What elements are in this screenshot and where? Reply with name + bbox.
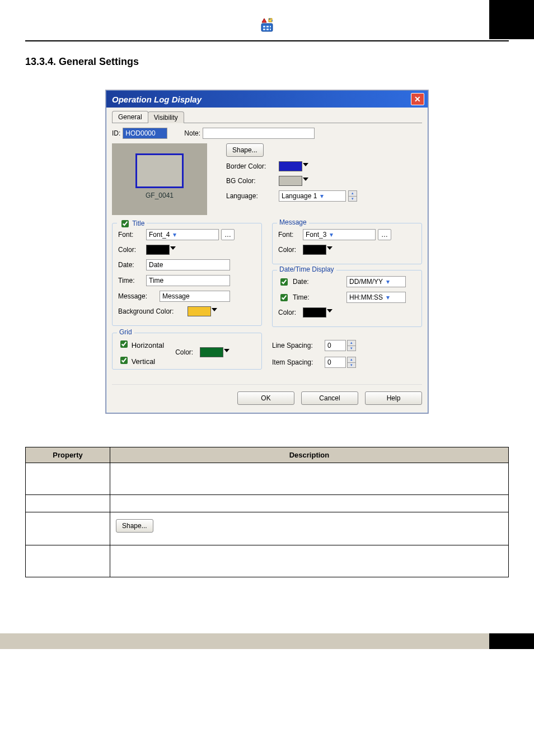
title-color-label: Color: — [118, 246, 144, 254]
title-color-swatch[interactable] — [146, 245, 170, 255]
line-spacing-stepper[interactable]: ▴▾ — [347, 340, 356, 351]
note-field[interactable] — [203, 128, 315, 139]
message-font-more-button[interactable]: … — [378, 229, 391, 240]
grid-vertical-checkbox[interactable] — [120, 357, 128, 364]
cancel-button[interactable]: Cancel — [301, 391, 358, 405]
note-label: Note: — [184, 129, 200, 137]
tab-general[interactable]: General — [112, 111, 148, 123]
message-group: Message Font: Font_3▾ … Color: — [272, 223, 422, 264]
line-spacing-field[interactable]: 0 — [325, 340, 346, 351]
table-cell — [110, 545, 509, 577]
datetime-color-label: Color: — [278, 309, 301, 316]
section-title-text: General Settings — [59, 56, 139, 67]
title-message-label: Message: — [118, 292, 157, 300]
table-row — [26, 463, 509, 495]
title-checkbox[interactable] — [121, 220, 129, 227]
chevron-down-icon: ▾ — [386, 278, 390, 286]
grid-horizontal[interactable]: Horizontal — [118, 339, 164, 349]
message-font-select[interactable]: Font_3▾ — [303, 229, 376, 240]
datetime-group: Date/Time Display Date: DD/MM/YY▾ Time: … — [272, 270, 422, 327]
date-checkbox[interactable] — [280, 278, 288, 286]
table-cell — [26, 463, 110, 495]
title-group: Title Font: Font_4▾ … Color: Date: — [112, 223, 262, 326]
datetime-color-swatch[interactable] — [303, 307, 326, 318]
title-font-select[interactable]: Font_4▾ — [146, 229, 219, 240]
header-black-box — [489, 0, 534, 39]
grid-color-label: Color: — [175, 348, 198, 356]
datetime-legend: Date/Time Display — [277, 265, 336, 273]
language-stepper[interactable]: ▴▾ — [348, 190, 357, 202]
svg-point-8 — [271, 20, 273, 21]
title-bgcolor-label: Background Color: — [118, 307, 185, 315]
item-spacing-stepper[interactable]: ▴▾ — [347, 357, 356, 368]
page-footer — [0, 633, 534, 649]
bg-color-label: BG Color: — [226, 177, 277, 185]
message-color-label: Color: — [278, 246, 301, 254]
time-format-select[interactable]: HH:MM:SS▾ — [346, 292, 406, 303]
svg-rect-1 — [263, 26, 265, 27]
title-legend: Title — [117, 218, 147, 229]
grid-legend: Grid — [117, 328, 134, 336]
svg-rect-3 — [270, 26, 271, 27]
svg-rect-4 — [263, 29, 265, 30]
bg-color-swatch[interactable] — [279, 176, 302, 186]
id-field[interactable]: HOD0000 — [123, 128, 167, 139]
message-legend: Message — [277, 218, 309, 226]
grid-horizontal-checkbox[interactable] — [120, 340, 128, 348]
language-select[interactable]: Language 1▾ — [279, 190, 346, 202]
titlebar[interactable]: Operation Log Display ✕ — [106, 91, 428, 108]
time-checkbox[interactable] — [280, 294, 288, 301]
date-label: Date: — [293, 278, 343, 286]
id-label: ID: — [112, 129, 120, 137]
date-format-select[interactable]: DD/MM/YY▾ — [346, 276, 406, 287]
item-spacing-field[interactable]: 0 — [325, 357, 346, 368]
svg-rect-5 — [266, 29, 269, 30]
table-row — [26, 495, 509, 512]
title-font-label: Font: — [118, 231, 144, 239]
help-button[interactable]: Help — [365, 391, 422, 405]
chevron-down-icon: ▾ — [386, 293, 390, 301]
title-time-field[interactable]: Time — [146, 275, 230, 286]
shape-preview-caption: GF_0041 — [146, 192, 174, 199]
line-spacing-label: Line Spacing: — [272, 342, 322, 349]
inline-shape-button[interactable]: Shape... — [116, 519, 153, 533]
grid-vertical[interactable]: Vertical — [118, 355, 164, 366]
title-date-field[interactable]: Date — [146, 259, 230, 270]
ok-button[interactable]: OK — [237, 391, 294, 405]
section-heading: 13.3.4. General Settings — [25, 56, 509, 68]
chevron-down-icon: ▾ — [330, 231, 333, 239]
title-legend-text: Title — [132, 220, 144, 227]
border-color-label: Border Color: — [226, 162, 277, 170]
chevron-down-icon: ▾ — [320, 192, 324, 200]
table-cell — [110, 495, 509, 512]
chevron-down-icon: ▾ — [173, 231, 176, 239]
shape-preview: GF_0041 — [112, 143, 207, 215]
language-value: Language 1 — [282, 192, 317, 200]
property-table: Property Description Shape... — [25, 447, 509, 577]
grid-group: Grid Horizontal Vertical Color: — [112, 333, 262, 370]
dialog-footer: OK Cancel Help — [112, 384, 422, 405]
table-cell — [26, 512, 110, 545]
grid-color-swatch[interactable] — [200, 347, 223, 357]
description-header: Description — [110, 447, 509, 463]
shape-button[interactable]: Shape... — [226, 143, 264, 157]
message-color-swatch[interactable] — [303, 245, 326, 255]
title-message-field[interactable]: Message — [160, 291, 230, 302]
close-icon[interactable]: ✕ — [411, 93, 424, 105]
footer-black-box — [489, 633, 534, 649]
svg-rect-6 — [270, 29, 271, 30]
language-label: Language: — [226, 192, 277, 200]
dialog-title: Operation Log Display — [110, 95, 411, 104]
title-bgcolor-swatch[interactable] — [188, 306, 211, 316]
time-label: Time: — [293, 293, 343, 301]
border-color-swatch[interactable] — [279, 161, 302, 171]
title-font-more-button[interactable]: … — [221, 229, 235, 240]
section-number: 13.3.4. — [25, 56, 56, 67]
tab-visibility[interactable]: Visibility — [148, 111, 184, 123]
title-time-label: Time: — [118, 277, 144, 284]
table-cell: Shape... — [110, 512, 509, 545]
table-cell — [26, 545, 110, 577]
table-cell — [26, 495, 110, 512]
message-font-label: Font: — [278, 231, 301, 239]
table-row: Shape... — [26, 512, 509, 545]
